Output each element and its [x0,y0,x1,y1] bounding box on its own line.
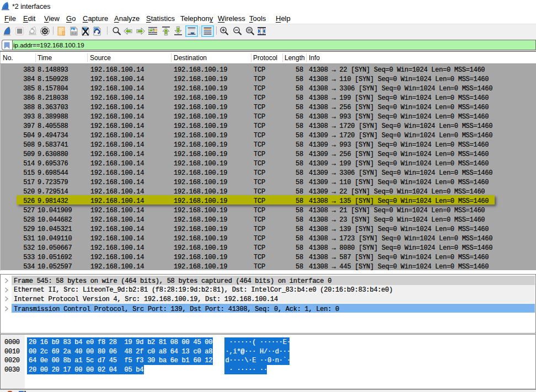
svg-text:010: 010 [72,32,77,35]
